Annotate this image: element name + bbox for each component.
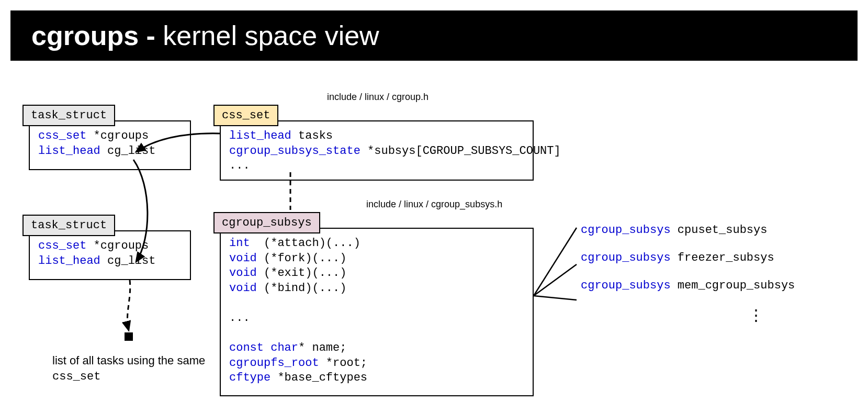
cgroup-subsys-box: cgroup_subsys int (*attach)(...) void (*… bbox=[220, 228, 534, 396]
instance-row: cgroup_subsys cpuset_subsys bbox=[581, 222, 863, 239]
svg-line-3 bbox=[534, 296, 577, 300]
css-set-box: css_set list_head tasks cgroup_subsys_st… bbox=[220, 120, 534, 181]
instance-row: cgroup_subsys mem_cgroup_subsys bbox=[581, 278, 863, 294]
cgroup-subsys-code: int (*attach)(...) void (*fork)(...) voi… bbox=[221, 229, 533, 393]
css-set-label: css_set bbox=[213, 105, 278, 126]
task-struct-label-1: task_struct bbox=[22, 105, 115, 126]
task-struct-box-2: task_struct css_set *cgroups list_head c… bbox=[29, 230, 191, 280]
svg-line-1 bbox=[534, 228, 577, 296]
title-rest: kernel space view bbox=[155, 20, 379, 51]
subsys-instance-list: cgroup_subsys cpuset_subsys cgroup_subsy… bbox=[581, 222, 863, 327]
task-struct-box-1: task_struct css_set *cgroups list_head c… bbox=[29, 120, 191, 170]
caption-text: list of all tasks using the same css_set bbox=[52, 353, 209, 384]
task1-code: css_set *cgroups list_head cg_list bbox=[30, 121, 190, 166]
svg-line-2 bbox=[534, 264, 577, 296]
title-bold: cgroups - bbox=[31, 20, 155, 51]
vertical-ellipsis-icon: ⋮ bbox=[649, 305, 863, 327]
css-set-path: include / linux / cgroup.h bbox=[327, 92, 429, 103]
diagram-area: task_struct css_set *cgroups list_head c… bbox=[0, 81, 868, 411]
instance-row: cgroup_subsys freezer_subsys bbox=[581, 250, 863, 266]
task-struct-label-2: task_struct bbox=[22, 215, 115, 236]
cgroup-subsys-path: include / linux / cgroup_subsys.h bbox=[366, 199, 502, 210]
task2-code: css_set *cgroups list_head cg_list bbox=[30, 231, 190, 276]
css-set-code: list_head tasks cgroup_subsys_state *sub… bbox=[221, 121, 533, 181]
cgroup-subsys-label: cgroup_subsys bbox=[213, 212, 320, 233]
slide-title: cgroups - kernel space view bbox=[10, 10, 858, 61]
terminal-square-icon bbox=[125, 332, 133, 341]
